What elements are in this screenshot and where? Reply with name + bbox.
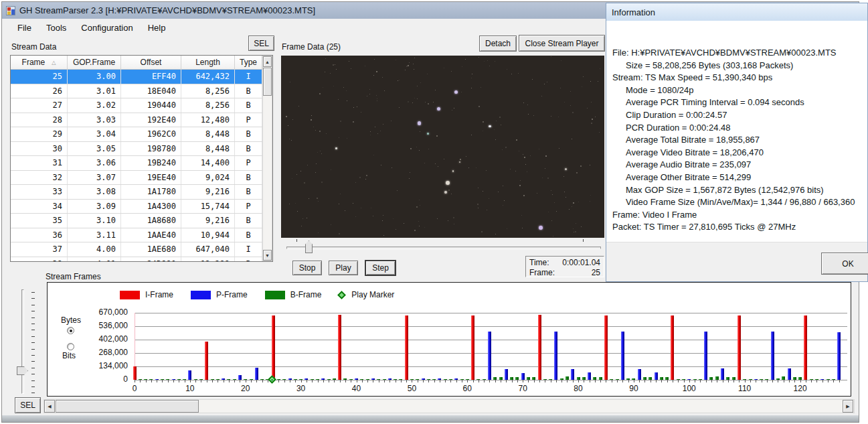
b-frame-bar [715,376,719,380]
faint-star [300,171,301,171]
p-frame-bar [771,332,774,380]
b-frame-bar [250,379,253,380]
column-header-type[interactable]: Type [235,56,262,69]
x-axis-tick [717,380,717,382]
faint-star [373,75,374,76]
table-row[interactable]: 384.0124D98012,288B [11,257,272,263]
faint-star [291,140,292,141]
table-row[interactable]: 273.021904408,256B [11,98,272,113]
play-marker-icon [337,291,346,299]
x-axis-tick [479,380,479,382]
table-row[interactable]: 333.081A17809,216B [11,185,272,200]
scroll-down-icon[interactable]: ▼ [263,250,272,261]
faint-star [351,68,351,69]
table-cell: 8,448 [181,127,235,141]
sel-button-bottom[interactable]: SEL [15,397,41,413]
info-line: Packet: TS Timer = 27,810,695 Ticks @ 27… [606,221,867,234]
scroll-right-icon[interactable]: ▶ [843,400,853,413]
faint-star [376,95,377,96]
table-row[interactable]: 303.051987808,448B [11,142,272,157]
stream-data-table[interactable]: Frame△GOP.FrameOffsetLengthType253.00EFF… [10,55,273,262]
column-header-gop-frame[interactable]: GOP.Frame [68,56,121,69]
detach-button[interactable]: Detach [479,36,517,52]
table-cell: B [235,257,262,263]
table-cell: 30 [11,142,68,156]
bright-star [437,107,440,111]
column-header-frame[interactable]: Frame△ [11,56,68,69]
b-frame-bar [383,379,386,380]
b-frame-bar [527,377,530,380]
menu-item-configuration[interactable]: Configuration [74,20,140,36]
table-cell: 4.00 [68,242,121,257]
chart-hscrollbar-thumb[interactable] [56,400,199,413]
x-axis-tick-label: 100 [678,384,701,393]
table-row[interactable]: 293.041962C08,448B [11,127,272,142]
scroll-left-icon[interactable]: ◀ [44,400,55,413]
x-axis-tick [811,380,812,382]
table-row[interactable]: 353.101A86809,216B [11,214,272,228]
x-axis-tick-label: 10 [179,384,201,393]
b-frame-bar [577,377,580,380]
bytes-radio[interactable] [67,327,74,334]
b-frame-bar [260,379,264,380]
table-cell: B [235,214,262,228]
x-axis-tick [684,380,685,382]
table-cell: 27 [11,98,68,113]
faint-star [551,190,551,191]
faint-star [317,198,318,199]
faint-star [478,188,479,188]
zoom-slider[interactable] [21,289,24,394]
y-axis-tick-label: 0 [81,374,128,384]
table-row[interactable]: 313.0619B24014,400P [11,156,272,171]
table-row[interactable]: 343.091A430015,744P [11,200,272,214]
close-stream-player-button[interactable]: Close Stream Player [519,35,605,52]
p-frame-bar [687,379,691,380]
window-bottom-edge[interactable] [2,415,859,422]
bright-star [444,191,447,194]
table-scrollbar-thumb[interactable] [263,68,272,96]
b-frame-bar [144,379,147,380]
chart-hscrollbar[interactable]: ◀ ▶ [44,399,855,413]
legend-swatch [120,291,140,299]
play-button[interactable]: Play [329,261,358,275]
faint-star [410,172,410,173]
menu-item-help[interactable]: Help [141,20,173,36]
table-cell: I [235,70,262,84]
frames-chart[interactable]: I-FrameP-FrameB-FramePlay Marker Bytes B… [47,282,851,397]
x-axis-tick [423,380,424,382]
table-row[interactable]: 363.111AAE4010,944B [11,228,272,243]
faint-star [435,90,436,90]
table-row[interactable]: 253.00EFF40642,432I [11,70,272,84]
stop-button[interactable]: Stop [292,261,322,275]
sel-button-top[interactable]: SEL [248,36,274,51]
step-button[interactable]: Step [365,260,396,276]
table-cell: B [235,142,262,156]
seek-trackbar[interactable] [286,246,601,249]
info-window-titlebar[interactable]: Information [606,3,867,21]
table-scrollbar[interactable]: ▲ ▼ [262,56,272,261]
faint-star [414,230,416,231]
b-frame-bar [166,379,169,380]
faint-star [572,139,572,139]
table-row[interactable]: 374.001AE680647,040I [11,242,272,257]
scroll-up-icon[interactable]: ▲ [263,56,272,67]
faint-star [533,115,534,116]
faint-star [495,139,496,140]
table-row[interactable]: 323.0719EE409,024B [11,171,272,186]
info-line: Frame: Video I Frame [606,209,867,222]
legend-swatch [265,291,285,299]
column-header-offset[interactable]: Offset [121,56,181,69]
faint-star [419,200,420,200]
faint-star [437,218,438,219]
ok-button[interactable]: OK [821,253,868,275]
table-cell: B [235,84,262,98]
menu-item-file[interactable]: File [10,20,39,36]
faint-star [560,88,561,88]
bits-radio[interactable] [67,343,74,350]
x-axis-tick [484,380,485,382]
table-row[interactable]: 263.0118E0408,256B [11,84,272,99]
table-row[interactable]: 283.03192E4012,480P [11,113,272,128]
menu-item-tools[interactable]: Tools [39,20,74,36]
column-header-length[interactable]: Length [181,56,235,69]
p-frame-bar [788,368,791,380]
